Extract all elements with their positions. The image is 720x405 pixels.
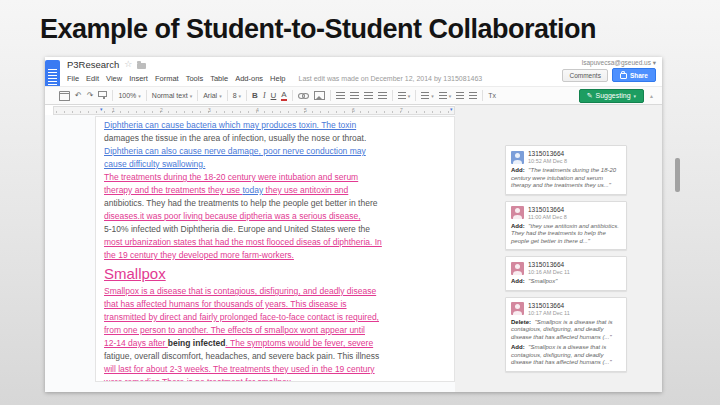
chevron-down-icon: ▾ [219,93,222,99]
insert-image-icon[interactable] [314,91,325,100]
comment-card[interactable]: 131501366410:16 AM Dec 11Add: "Smallpox" [505,256,627,291]
bold-button[interactable]: B [252,91,258,101]
text-color-button[interactable]: A [281,91,286,101]
align-right-icon[interactable] [364,92,373,99]
ruler-number: 6 [352,107,355,113]
ruler-number: 5 [304,107,307,113]
toolbar-separator [330,90,331,101]
google-docs-window: P3Research ☆ lsapuvecsa@gseued.us ▾ File… [45,57,662,392]
bulleted-list-dropdown[interactable]: ▾ [439,92,452,99]
doc-line: that has affected humans for thousands o… [104,298,454,311]
document-title-row: P3Research ☆ [67,58,146,71]
undo-icon[interactable]: ↶ [75,91,82,101]
doc-line: most urbanization states that had the mo… [104,236,454,249]
slide: Example of Student-to-Student Collaborat… [0,0,720,405]
comment-meta: 131501366410:52 AM Dec 8 [528,150,567,164]
comment-meta: 131501366410:16 AM Dec 11 [528,261,570,275]
document-page[interactable]: Diphtheria can cause bacteria which may … [95,116,455,382]
comment-entry: Delete: "Smallpox is a disease that is c… [511,319,621,342]
doc-text-segment-pink: therapy and the treatments they use [104,185,242,195]
menu-file[interactable]: File [67,74,79,83]
italic-button[interactable]: I [263,91,266,101]
doc-paragraph: Diphtheria can cause bacteria which may … [104,119,454,171]
comment-card[interactable]: 131501366410:52 AM Dec 8Add: "The treatm… [505,145,627,195]
menu-format[interactable]: Format [155,74,179,83]
share-button[interactable]: Share [612,68,656,82]
increase-indent-icon[interactable] [469,92,477,99]
avatar [511,302,524,315]
comment-header: 131501366411:00 AM Dec 8 [511,206,621,220]
doc-line: diseases.it was poor living because dipt… [104,210,454,223]
menu-help[interactable]: Help [270,74,285,83]
align-center-icon[interactable] [350,92,359,99]
menu-items: FileEditViewInsertFormatToolsTableAdd-on… [67,74,293,83]
avatar [511,262,524,275]
comments-button[interactable]: Comments [562,69,607,82]
toolbar-separator [292,90,293,101]
ruler-number: 4 [256,107,259,113]
comment-entry-text: "they use antitoxin and antibiotics. The… [511,223,619,244]
comment-card[interactable]: 131501366411:00 AM Dec 8Add: "they use a… [505,201,627,251]
doc-text-segment-pink: most urbanization states that had the mo… [104,237,382,247]
font-dropdown[interactable]: Arial▾ [203,92,222,99]
menu-table[interactable]: Table [210,74,228,83]
doc-text-segment-darkbold: being infected [168,338,226,348]
comment-entry-text: "The treatments during the 18-20 century… [511,167,616,188]
scrollbar-thumb[interactable] [675,158,680,192]
font-size-dropdown[interactable]: 8▾ [233,92,241,99]
insert-link-icon[interactable] [298,93,309,99]
account-email[interactable]: lsapuvecsa@gseued.us ▾ [582,59,656,67]
doc-text-segment-pink: The treatments during the 18-20 century … [104,172,358,182]
doc-line: Diphtheria can cause bacteria which may … [104,119,454,132]
clear-formatting-button[interactable]: Tx [488,91,496,101]
zoom-value: 100% [118,92,136,99]
menu-insert[interactable]: Insert [129,74,148,83]
menu-addons[interactable]: Add-ons [235,74,263,83]
doc-text-segment-pink: were remedies.There is no treatment for … [104,377,293,382]
doc-text-segment-pink: Smallpox [104,265,166,282]
doc-line: Smallpox [104,264,454,284]
scroll-up-arrow-icon[interactable]: ▲ [649,93,654,99]
doc-line: from one person to another. The effects … [104,324,454,337]
lock-icon [620,73,627,79]
toolbar-separator [197,90,198,101]
styles-dropdown[interactable]: Normal text▾ [152,92,192,99]
star-icon[interactable]: ☆ [124,60,132,69]
menu-edit[interactable]: Edit [86,74,99,83]
doc-text-segment-pink: 12-14 days after [104,338,168,348]
comment-user: 1315013664 [528,206,567,213]
align-justify-icon[interactable] [378,92,387,99]
zoom-dropdown[interactable]: 100%▾ [118,92,140,99]
comment-entry-text: "Smallpox is a disease that is contagiou… [511,344,612,365]
chevron-down-icon: ▾ [239,93,242,99]
align-left-icon[interactable] [336,92,345,99]
document-title[interactable]: P3Research [67,59,119,70]
document-text: Diphtheria can cause bacteria which may … [96,117,454,382]
pencil-icon: ✎ [587,92,593,100]
left-margin-marker-icon[interactable]: ▾ [100,106,103,112]
doc-line: The treatments during the 18-20 century … [104,171,454,184]
decrease-indent-icon[interactable] [456,92,464,99]
print-icon[interactable] [59,91,70,101]
line-spacing-dropdown[interactable]: ▾ [398,92,411,99]
font-value: Arial [203,92,217,99]
last-edit-note[interactable]: Last edit was made on December 12, 2014 … [299,75,483,82]
underline-button[interactable]: U [271,91,277,101]
ruler-number: 2 [160,107,163,113]
doc-line: 12-14 days after being infected. The sym… [104,337,454,350]
redo-icon[interactable]: ↷ [87,91,94,101]
doc-text-segment-pink: they use antitoxin and [263,185,348,195]
paint-format-icon[interactable] [98,91,107,97]
doc-text-segment-pink: from one person to another. The effects … [104,325,365,335]
comment-entry-text: "Smallpox" [527,278,558,284]
menu-view[interactable]: View [106,74,122,83]
avatar [511,151,524,164]
comment-card[interactable]: 131501366410:17 AM Dec 11Delete: "Smallp… [505,297,627,372]
chevron-down-icon: ▾ [190,93,193,99]
right-margin-marker-icon[interactable]: ▾ [450,106,453,112]
suggesting-mode-button[interactable]: ✎ Suggesting ▾ [579,89,644,103]
menu-tools[interactable]: Tools [186,74,204,83]
doc-text-segment-blue: cause difficulty swallowing. [104,159,205,169]
numbered-list-dropdown[interactable]: ▾ [421,92,434,99]
folder-icon[interactable] [137,63,146,69]
